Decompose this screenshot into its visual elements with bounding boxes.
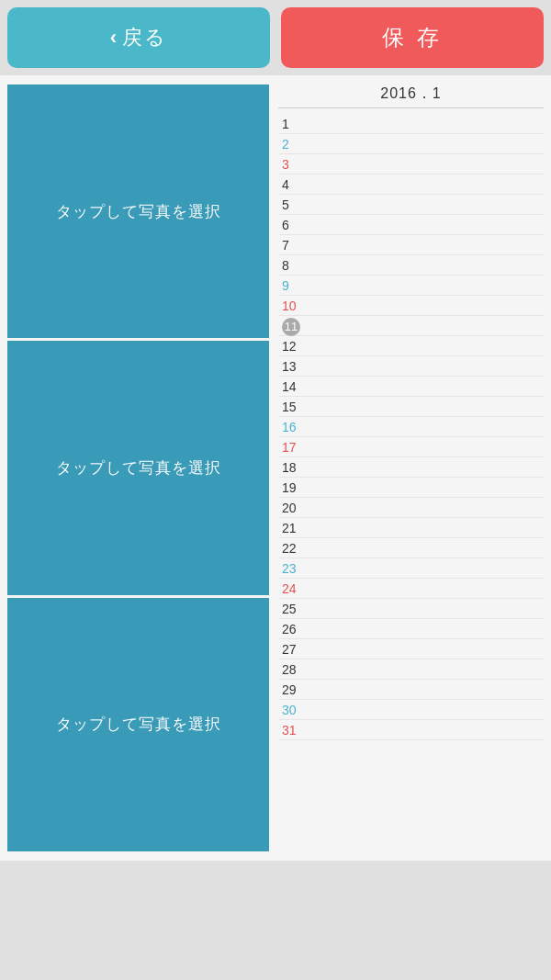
back-button[interactable]: ‹ 戻る [7,7,270,68]
calendar-day-row[interactable]: 3 [278,154,544,175]
calendar-day-row[interactable]: 7 [278,235,544,255]
calendar-day-row[interactable]: 5 [278,195,544,215]
save-label: 保 存 [382,23,444,52]
photo-panel-1-label: タップして写真を選択 [56,201,221,222]
calendar-day-row[interactable]: 17 [278,437,544,457]
calendar-day-number: 15 [278,397,544,417]
calendar-day-row[interactable]: 16 [278,417,544,437]
calendar-day-number: 16 [278,417,544,437]
calendar: 2016．1 123456789101112131415161718192021… [269,84,544,851]
calendar-day-number: 23 [278,558,544,579]
calendar-day-row[interactable]: 4 [278,175,544,195]
calendar-day-number: 2 [278,134,544,154]
calendar-day-row[interactable]: 20 [278,498,544,518]
calendar-day-row[interactable]: 22 [278,538,544,558]
calendar-day-number: 18 [278,457,544,478]
calendar-day-row[interactable]: 24 [278,579,544,599]
calendar-day-number: 5 [278,195,544,215]
main-content: タップして写真を選択 タップして写真を選択 タップして写真を選択 2016．1 … [0,75,551,861]
calendar-day-row[interactable]: 10 [278,296,544,316]
calendar-days-list: 1234567891011121314151617181920212223242… [278,114,544,740]
save-button[interactable]: 保 存 [281,7,544,68]
calendar-day-number: 29 [278,680,544,700]
calendar-day-row[interactable]: 18 [278,457,544,478]
calendar-day-row[interactable]: 31 [278,720,544,740]
photo-panel-2-label: タップして写真を選択 [56,457,221,479]
calendar-day-number: 3 [278,154,544,175]
calendar-day-number: 13 [278,356,544,377]
calendar-day-number: 25 [278,599,544,619]
calendar-day-number: 8 [278,255,544,276]
calendar-day-row[interactable]: 26 [278,619,544,639]
calendar-day-number: 19 [278,478,544,498]
calendar-day-row[interactable]: 14 [278,377,544,397]
calendar-day-number: 27 [278,639,544,659]
calendar-day-row[interactable]: 2 [278,134,544,154]
calendar-day-number: 11 [278,316,544,336]
calendar-day-row[interactable]: 25 [278,599,544,619]
calendar-day-row[interactable]: 11 [278,316,544,336]
calendar-day-number: 4 [278,175,544,195]
calendar-day-number: 14 [278,377,544,397]
calendar-day-number: 7 [278,235,544,255]
calendar-day-row[interactable]: 27 [278,639,544,659]
calendar-day-number: 30 [278,700,544,720]
calendar-day-row[interactable]: 30 [278,700,544,720]
photo-panel-2[interactable]: タップして写真を選択 [7,341,269,594]
calendar-day-number: 26 [278,619,544,639]
calendar-day-number: 31 [278,720,544,740]
photo-panel-3-label: タップして写真を選択 [56,714,221,735]
calendar-month-header: 2016．1 [278,84,544,108]
calendar-day-row[interactable]: 12 [278,336,544,356]
calendar-day-number: 24 [278,579,544,599]
photo-panel-1[interactable]: タップして写真を選択 [7,84,269,338]
calendar-day-number: 28 [278,659,544,680]
calendar-day-number: 22 [278,538,544,558]
calendar-day-row[interactable]: 19 [278,478,544,498]
calendar-day-number: 20 [278,498,544,518]
calendar-day-row[interactable]: 23 [278,558,544,579]
calendar-day-row[interactable]: 28 [278,659,544,680]
calendar-day-row[interactable]: 6 [278,215,544,235]
bottom-area [0,861,551,980]
calendar-day-number: 9 [278,276,544,296]
calendar-day-number: 21 [278,518,544,538]
calendar-day-number: 6 [278,215,544,235]
chevron-left-icon: ‹ [110,26,117,50]
calendar-day-number: 10 [278,296,544,316]
photo-panel-3[interactable]: タップして写真を選択 [7,598,269,851]
photo-panels-container: タップして写真を選択 タップして写真を選択 タップして写真を選択 [7,84,269,851]
calendar-day-row[interactable]: 1 [278,114,544,134]
calendar-day-row[interactable]: 29 [278,680,544,700]
calendar-day-row[interactable]: 13 [278,356,544,377]
calendar-day-row[interactable]: 15 [278,397,544,417]
calendar-day-row[interactable]: 9 [278,276,544,296]
calendar-day-number: 12 [278,336,544,356]
back-label: 戻る [122,24,167,51]
app-header: ‹ 戻る 保 存 [0,0,551,75]
calendar-day-row[interactable]: 8 [278,255,544,276]
calendar-day-row[interactable]: 21 [278,518,544,538]
calendar-day-number: 1 [278,114,544,134]
calendar-day-number: 17 [278,437,544,457]
